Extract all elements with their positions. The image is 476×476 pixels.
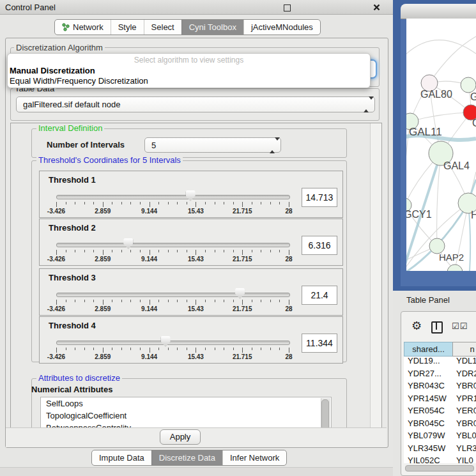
combo-spinner-icon[interactable] [270, 141, 275, 150]
slider-thumb[interactable] [235, 288, 245, 299]
tab-impute-data[interactable]: Impute Data [92, 450, 151, 465]
select-columns-checkbox-icons[interactable]: ☑☑ [452, 321, 468, 331]
screen: Control Panel NetworkStyleSelectCyni Too… [0, 0, 476, 476]
cell-shared-name[interactable]: YBR043C [408, 381, 445, 390]
scrollbar-thumb[interactable] [321, 399, 329, 429]
cell-name[interactable]: YBR0 [456, 381, 476, 390]
slider-thumb[interactable] [161, 336, 171, 347]
table-row[interactable]: YBR043CYBR0 [404, 381, 476, 394]
tab-label: Impute Data [99, 453, 144, 463]
cell-shared-name[interactable]: YPR145W [408, 394, 447, 403]
slider-tick-labels: -3.4262.8599.14415.4321.71528 [56, 256, 289, 263]
table-row[interactable]: YLR345WYLR3 [404, 443, 476, 456]
gear-icon[interactable]: ⚙ [411, 319, 422, 332]
tab-network[interactable]: Network [55, 20, 111, 35]
network-node-label: C [472, 118, 476, 128]
table-row[interactable]: YPR145WYPR1 [404, 394, 476, 406]
cell-name[interactable]: YER0 [456, 406, 476, 415]
combo-spinner-icon[interactable] [364, 100, 369, 109]
table-horizontal-scrollbar[interactable] [404, 464, 476, 471]
numerical-attributes-list[interactable]: SelfLoopsTopologicalCoefficientBetweenne… [40, 397, 332, 429]
column-layout-icon[interactable] [431, 321, 443, 334]
table-header-name[interactable]: n [452, 342, 476, 357]
tab-label: Infer Network [230, 453, 279, 463]
algorithm-option-equal-width[interactable]: Equal Width/Frequency Discretization [10, 76, 148, 86]
tab-label: Discretize Data [159, 453, 215, 463]
bottom-strip [0, 467, 393, 476]
network-node-label: GAL80 [420, 89, 452, 100]
cell-name[interactable]: YPR1 [456, 394, 476, 403]
table-data-value: galFiltered.sif default node [23, 100, 120, 109]
numerical-attributes-label: Numerical Attributes [31, 385, 112, 394]
slider-track[interactable] [56, 243, 290, 247]
slider-track[interactable] [56, 195, 290, 199]
number-of-intervals-combobox[interactable]: 5 [144, 137, 281, 153]
network-window-titlebar[interactable] [401, 4, 476, 19]
attributes-list-scrollbar[interactable] [321, 398, 330, 429]
slider-ticks [56, 250, 289, 256]
tab-infer-network[interactable]: Infer Network [222, 450, 286, 465]
tab-jactivemnodules[interactable]: jActiveMNodules [243, 20, 320, 35]
attribute-list-item[interactable]: SelfLoops [41, 397, 331, 410]
table-row[interactable]: YDL19...YDL1 [404, 356, 476, 369]
discretization-algorithm-label: Discretization Algorithm [14, 43, 105, 52]
attribute-list-item[interactable]: TopologicalCoefficient [41, 410, 331, 422]
settings-vertical-scrollbar[interactable] [370, 123, 381, 428]
slider-thumb[interactable] [186, 190, 196, 201]
close-icon[interactable] [373, 4, 380, 11]
settings-scrollpane: Interval Definition Number of Intervals … [10, 123, 382, 429]
tab-select[interactable]: Select [144, 20, 181, 35]
table-row[interactable]: YBL079WYBL0 [404, 431, 476, 443]
cell-name[interactable]: YDL1 [456, 356, 476, 365]
slider-tick-labels: -3.4262.8599.14415.4321.71528 [56, 305, 289, 312]
cell-shared-name[interactable]: YLR345W [408, 443, 445, 453]
algorithm-dropdown-popup: Select algorithm to view settings Manual… [7, 53, 371, 88]
tab-discretize-data[interactable]: Discretize Data [151, 450, 222, 465]
threshold-label: Threshold 4 [49, 321, 96, 330]
cell-name[interactable]: YIL0 [456, 456, 473, 463]
threshold-value-field[interactable]: 6.316 [302, 236, 337, 255]
threshold-label: Threshold 3 [49, 273, 96, 282]
node-attribute-table[interactable]: shared... n YDL19...YDL1YDR27...YDR2YBR0… [404, 342, 476, 463]
threshold-value-field[interactable]: 14.713 [302, 188, 337, 207]
table-row[interactable]: YER054CYER0 [404, 406, 476, 418]
cell-name[interactable]: YBL0 [456, 431, 476, 440]
cell-name[interactable]: YDR2 [456, 369, 476, 378]
threshold-value-field[interactable]: 11.344 [302, 334, 337, 353]
cell-shared-name[interactable]: YER054C [408, 406, 445, 415]
tab-cyni-toolbox[interactable]: Cyni Toolbox [181, 20, 243, 35]
network-edge[interactable] [406, 40, 476, 57]
slider-track[interactable] [56, 341, 290, 345]
tab-style[interactable]: Style [111, 20, 144, 35]
network-edge[interactable] [410, 112, 471, 121]
cell-shared-name[interactable]: YIL052C [408, 456, 440, 463]
float-window-icon[interactable] [284, 4, 291, 12]
threshold-value-field[interactable]: 21.4 [302, 286, 337, 305]
cell-name[interactable]: YLR3 [456, 443, 476, 453]
scrollbar-thumb[interactable] [405, 465, 474, 472]
network-edge[interactable] [429, 36, 476, 83]
slider-ticks [56, 202, 289, 208]
threshold-box-3: Threshold 3-3.4262.8599.14415.4321.71528… [39, 268, 343, 316]
slider-thumb[interactable] [123, 238, 133, 249]
control-panel-titlebar: Control Panel [0, 0, 393, 15]
slider-track[interactable] [56, 293, 290, 297]
table-row[interactable]: YDR27...YDR2 [404, 369, 476, 381]
network-node[interactable] [447, 265, 463, 271]
cell-shared-name[interactable]: YBR045C [408, 418, 445, 428]
table-row[interactable]: YBR045CYBR0 [404, 418, 476, 431]
network-node[interactable] [461, 77, 476, 93]
table-data-combobox[interactable]: galFiltered.sif default node [16, 96, 375, 112]
network-view-canvas[interactable]: GAL80GAGAL11CGAL4GCY1HHAP2 [406, 19, 476, 271]
network-node-label: GA [470, 91, 476, 102]
cell-name[interactable]: YBR0 [456, 418, 476, 428]
table-row[interactable]: YIL052CYIL0 [404, 456, 476, 463]
algorithm-hint-option[interactable]: Select algorithm to view settings [8, 56, 370, 65]
thresholds-group-title: Threshold's Coordinates for 5 Intervals [36, 156, 183, 165]
algorithm-option-manual[interactable]: Manual Discretization [10, 66, 95, 75]
table-header-shared-name[interactable]: shared... [404, 342, 453, 357]
cell-shared-name[interactable]: YDR27... [408, 369, 441, 378]
apply-button[interactable]: Apply [160, 429, 201, 445]
cell-shared-name[interactable]: YDL19... [408, 356, 440, 365]
cell-shared-name[interactable]: YBL079W [408, 431, 445, 440]
